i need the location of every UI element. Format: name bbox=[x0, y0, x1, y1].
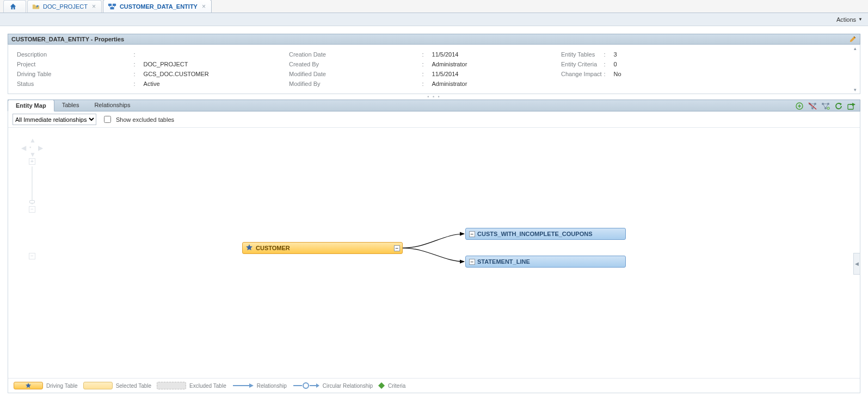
entity-tables-label: Entity Tables bbox=[561, 51, 602, 58]
modified-date-value: 11/5/2014 bbox=[432, 71, 561, 77]
hide-related-button[interactable] bbox=[808, 101, 817, 111]
node-label: STATEMENT_LINE bbox=[477, 258, 625, 265]
change-impact-label: Change Impact bbox=[561, 71, 602, 77]
tab-entity-map[interactable]: Entity Map bbox=[8, 100, 54, 111]
pan-down-button[interactable]: ▼ bbox=[29, 151, 36, 158]
zoom-slider-track[interactable] bbox=[32, 166, 33, 204]
pan-control: ▲ ▼ ◀ ▶ ▪ bbox=[21, 137, 43, 158]
export-button[interactable] bbox=[847, 101, 857, 111]
creation-date-label: Creation Date bbox=[289, 51, 420, 58]
entity-criteria-label: Entity Criteria bbox=[561, 61, 602, 67]
folder-pencil-icon bbox=[32, 3, 40, 10]
project-value: DOC_PROJECT bbox=[144, 61, 289, 67]
zoom-in-button[interactable]: + bbox=[29, 158, 35, 165]
pan-center-button[interactable]: ▪ bbox=[29, 144, 32, 150]
nav-zoom-widget: ▲ ▼ ◀ ▶ ▪ + − − bbox=[21, 137, 43, 259]
zoom-fit-button[interactable]: − bbox=[29, 253, 35, 259]
properties-body: Description: Project:DOC_PROJECT Driving… bbox=[8, 45, 860, 94]
properties-col-3: Entity Tables:3 Entity Criteria:0 Change… bbox=[561, 51, 621, 87]
edge-layer bbox=[8, 128, 860, 378]
tab-doc-project[interactable]: DOC_PROJECT × bbox=[27, 0, 102, 13]
node-label: CUSTOMER bbox=[256, 245, 394, 251]
change-impact-value: No bbox=[614, 71, 621, 77]
show-excluded-checkbox-label[interactable]: Show excluded tables bbox=[102, 114, 174, 125]
legend-circular-relationship: Circular Relationship bbox=[292, 382, 373, 389]
show-excluded-checkbox[interactable] bbox=[104, 116, 111, 123]
properties-col-2: Creation Date:11/5/2014 Created By:Admin… bbox=[289, 51, 561, 87]
show-relations-icon bbox=[821, 102, 830, 110]
node-label: CUSTS_WITH_INCOMPLETE_COUPONS bbox=[477, 231, 625, 237]
legend-excluded-table: Excluded Table bbox=[157, 382, 226, 389]
refresh-icon bbox=[835, 102, 842, 110]
tab-relationships[interactable]: Relationships bbox=[87, 99, 138, 111]
refresh-button[interactable] bbox=[834, 101, 844, 111]
tab-tables[interactable]: Tables bbox=[54, 99, 87, 111]
right-panel-toggle[interactable]: ◀ bbox=[853, 253, 860, 275]
tab-customer-data-entity[interactable]: CUSTOMER_DATA_ENTITY × bbox=[103, 0, 212, 13]
status-value: Active bbox=[144, 80, 289, 87]
chevron-down-icon: ▼ bbox=[858, 17, 863, 22]
collapse-toggle[interactable]: − bbox=[394, 245, 400, 251]
tab-label: CUSTOMER_DATA_ENTITY bbox=[120, 3, 198, 10]
relationship-arrow-icon bbox=[232, 382, 254, 389]
entity-map-panel: All Immediate relationships Show exclude… bbox=[8, 111, 860, 393]
scroll-up-icon[interactable]: ▴ bbox=[854, 46, 857, 51]
legend-relationship: Relationship bbox=[232, 382, 287, 389]
collapse-toggle[interactable]: − bbox=[469, 259, 475, 265]
home-icon bbox=[9, 3, 17, 10]
entity-criteria-value: 0 bbox=[614, 61, 621, 67]
entity-tables-value: 3 bbox=[614, 51, 621, 58]
svg-rect-1 bbox=[113, 3, 116, 5]
scroll-down-icon[interactable]: ▾ bbox=[854, 87, 857, 92]
node-customer[interactable]: CUSTOMER − bbox=[242, 242, 403, 254]
tab-home[interactable] bbox=[3, 0, 26, 13]
lower-tab-bar: Entity Map Tables Relationships bbox=[8, 100, 860, 111]
plus-circle-icon bbox=[796, 102, 803, 110]
legend-criteria: Criteria bbox=[378, 382, 405, 389]
project-label: Project bbox=[17, 61, 132, 67]
close-icon[interactable]: × bbox=[202, 3, 206, 10]
selected-swatch-icon bbox=[83, 382, 113, 389]
collapse-toggle[interactable]: − bbox=[469, 231, 475, 237]
properties-col-1: Description: Project:DOC_PROJECT Driving… bbox=[17, 51, 289, 87]
node-statement-line[interactable]: − STATEMENT_LINE bbox=[465, 256, 626, 268]
add-table-button[interactable] bbox=[795, 101, 804, 111]
driving-table-label: Driving Table bbox=[17, 71, 132, 77]
legend-selected-table: Selected Table bbox=[83, 382, 151, 389]
tab-label: DOC_PROJECT bbox=[43, 3, 88, 10]
criteria-icon bbox=[378, 382, 385, 389]
properties-header: CUSTOMER_DATA_ENTITY - Properties bbox=[8, 34, 860, 45]
entity-icon bbox=[108, 3, 116, 10]
actions-bar: Actions ▼ bbox=[0, 13, 868, 26]
svg-point-14 bbox=[303, 383, 309, 388]
zoom-slider-handle[interactable] bbox=[29, 200, 35, 203]
properties-scrollbar[interactable]: ▴ ▾ bbox=[851, 46, 859, 92]
pan-up-button[interactable]: ▲ bbox=[29, 137, 36, 144]
close-icon[interactable]: × bbox=[92, 3, 96, 10]
show-related-button[interactable] bbox=[821, 101, 830, 111]
modified-date-label: Modified Date bbox=[289, 71, 420, 77]
legend-driving-table: Driving Table bbox=[14, 382, 78, 389]
driving-swatch-icon bbox=[14, 382, 43, 389]
status-label: Status bbox=[17, 80, 132, 87]
excluded-swatch-icon bbox=[157, 382, 186, 389]
svg-rect-2 bbox=[110, 7, 114, 9]
pencil-icon bbox=[849, 35, 857, 43]
circular-relationship-icon bbox=[292, 382, 319, 389]
description-label: Description bbox=[17, 51, 132, 58]
pan-right-button[interactable]: ▶ bbox=[38, 144, 43, 152]
zoom-out-button[interactable]: − bbox=[29, 206, 35, 213]
svg-rect-0 bbox=[108, 3, 112, 5]
actions-menu-label: Actions bbox=[836, 16, 856, 23]
filter-row: All Immediate relationships Show exclude… bbox=[8, 111, 860, 128]
creation-date-value: 11/5/2014 bbox=[432, 51, 561, 58]
properties-title: CUSTOMER_DATA_ENTITY - Properties bbox=[11, 36, 124, 42]
actions-menu[interactable]: Actions ▼ bbox=[836, 16, 863, 23]
node-custs-with-incomplete-coupons[interactable]: − CUSTS_WITH_INCOMPLETE_COUPONS bbox=[465, 228, 626, 240]
edit-button[interactable] bbox=[849, 35, 857, 43]
relationship-filter-select[interactable]: All Immediate relationships bbox=[13, 114, 96, 125]
entity-map-canvas[interactable]: ▲ ▼ ◀ ▶ ▪ + − − bbox=[8, 128, 860, 378]
created-by-value: Administrator bbox=[432, 61, 561, 67]
tab-strip: DOC_PROJECT × CUSTOMER_DATA_ENTITY × bbox=[0, 0, 868, 13]
pan-left-button[interactable]: ◀ bbox=[21, 144, 26, 152]
